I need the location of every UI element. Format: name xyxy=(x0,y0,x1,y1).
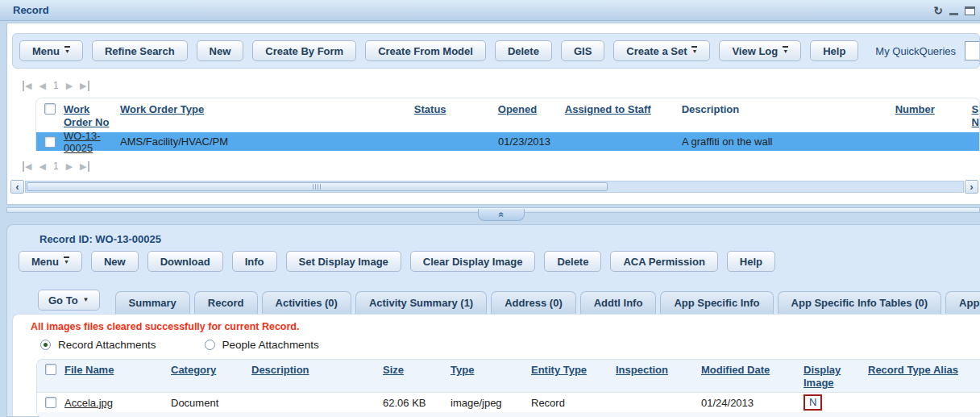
detail-help-button[interactable]: Help xyxy=(727,251,775,272)
col-display-image[interactable]: Display Image xyxy=(804,364,868,390)
detail-help-label: Help xyxy=(740,256,762,268)
cell-opened: 01/23/2013 xyxy=(498,136,565,148)
tab-activity-summary[interactable]: Activity Summary (1) xyxy=(355,291,487,314)
gis-label: GIS xyxy=(574,45,592,57)
next-page-icon[interactable]: ▶ xyxy=(66,161,73,172)
help-button[interactable]: Help xyxy=(810,40,858,61)
maximize-icon[interactable] xyxy=(965,6,975,15)
last-page-icon[interactable]: ▶ xyxy=(80,81,89,91)
detail-tabbar: Go To ▼ Summary Record Activities (0) Ac… xyxy=(38,286,980,314)
col-inspection[interactable]: Inspection xyxy=(616,364,701,377)
create-by-form-label: Create By Form xyxy=(265,45,343,57)
menu-button[interactable]: Menu ▼ xyxy=(19,40,83,61)
work-order-link[interactable]: WO-13-00025 xyxy=(64,130,101,154)
tab-address[interactable]: Address (0) xyxy=(491,291,576,314)
refine-search-button[interactable]: Refine Search xyxy=(92,40,188,61)
grid-footer xyxy=(37,412,980,417)
dropdown-arrow-icon: ▼ xyxy=(691,46,697,54)
col-description[interactable]: Description xyxy=(251,364,383,377)
work-order-header-row: Work Order No Work Order Type Status Ope… xyxy=(36,98,979,132)
select-all-checkbox[interactable] xyxy=(45,364,56,375)
tab-record[interactable]: Record xyxy=(194,291,258,314)
people-attachments-radio[interactable] xyxy=(205,340,215,350)
my-quickqueries-label: My QuickQueries xyxy=(875,45,956,57)
record-attachments-radio[interactable] xyxy=(40,340,51,350)
col-opened[interactable]: Opened xyxy=(498,103,565,116)
prev-page-icon[interactable]: ◀ xyxy=(39,161,45,172)
splitter-collapse-handle[interactable]: « xyxy=(478,209,525,221)
col-category[interactable]: Category xyxy=(171,364,251,377)
clear-display-image-button[interactable]: Clear Display Image xyxy=(410,251,536,272)
detail-delete-label: Delete xyxy=(557,256,588,268)
col-number[interactable]: Number xyxy=(895,103,972,116)
gis-button[interactable]: GIS xyxy=(561,40,604,61)
col-size[interactable]: Size xyxy=(383,364,451,377)
scrollbar-track[interactable] xyxy=(25,181,964,193)
col-entity-type[interactable]: Entity Type xyxy=(531,364,616,377)
tab-activities[interactable]: Activities (0) xyxy=(262,291,351,314)
dropdown-arrow-icon: ▼ xyxy=(83,297,89,303)
horizontal-scrollbar[interactable]: ‹ › xyxy=(10,180,978,194)
cell-type: image/jpeg xyxy=(451,397,531,409)
menu-button-label: Menu xyxy=(32,45,60,57)
col-modified-date[interactable]: Modified Date xyxy=(701,364,804,377)
first-page-icon[interactable]: ◀ xyxy=(23,81,31,91)
row-checkbox[interactable] xyxy=(44,136,56,148)
scrollbar-thumb[interactable] xyxy=(27,182,608,191)
info-button[interactable]: Info xyxy=(232,251,277,272)
tab-app-specific-info[interactable]: App Specific Info xyxy=(660,291,773,314)
col-cut-off[interactable]: S N xyxy=(972,103,979,129)
info-label: Info xyxy=(245,256,264,268)
select-all-checkbox[interactable] xyxy=(44,103,56,115)
tab-summary[interactable]: Summary xyxy=(115,291,190,314)
col-work-order-no[interactable]: Work Order No xyxy=(64,103,120,129)
detail-delete-button[interactable]: Delete xyxy=(544,251,601,272)
attachment-row[interactable]: Accela.jpg Document 62.06 KB image/jpeg … xyxy=(37,393,980,412)
col-record-type-alias[interactable]: Record Type Alias xyxy=(868,364,980,377)
detail-new-button[interactable]: New xyxy=(91,251,139,272)
file-name-link[interactable]: Accela.jpg xyxy=(64,397,113,409)
minimize-icon[interactable] xyxy=(949,13,958,15)
col-status[interactable]: Status xyxy=(414,103,498,116)
create-from-model-button[interactable]: Create From Model xyxy=(365,40,486,61)
quickqueries-select[interactable] xyxy=(965,41,980,60)
row-checkbox[interactable] xyxy=(45,397,56,408)
create-a-set-button[interactable]: Create a Set ▼ xyxy=(613,40,710,61)
set-display-image-button[interactable]: Set Display Image xyxy=(286,251,401,272)
cell-file-name[interactable]: Accela.jpg xyxy=(64,397,171,409)
record-window: { "titlebar": { "title": "Record" }, "ic… xyxy=(0,0,980,417)
header-checkbox-cell xyxy=(36,103,64,115)
new-button[interactable]: New xyxy=(197,40,244,61)
last-page-icon[interactable]: ▶ xyxy=(80,161,89,172)
tab-app-specific-info-tables[interactable]: App Specific Info Tables (0) xyxy=(778,291,942,314)
create-by-form-button[interactable]: Create By Form xyxy=(252,40,356,61)
scrollbar-grip-icon xyxy=(313,184,322,190)
record-attachments-label: Record Attachments xyxy=(58,339,156,351)
scroll-right-icon[interactable]: › xyxy=(965,180,978,194)
window-controls: ↻ xyxy=(933,0,975,21)
aca-permission-button[interactable]: ACA Permission xyxy=(610,251,717,272)
first-page-icon[interactable]: ◀ xyxy=(23,161,31,172)
collapse-up-icon: « xyxy=(496,212,506,218)
attachments-grid: File Name Category Description Size Type… xyxy=(36,359,980,417)
work-order-row[interactable]: WO-13-00025 AMS/Facility/HVAC/PM 01/23/2… xyxy=(36,132,979,151)
col-type[interactable]: Type xyxy=(451,364,531,377)
col-assigned-to-staff[interactable]: Assigned to Staff xyxy=(565,103,682,116)
refresh-icon[interactable]: ↻ xyxy=(933,5,943,16)
detail-menu-button[interactable]: Menu ▼ xyxy=(19,251,82,272)
cell-work-order-no[interactable]: WO-13-00025 xyxy=(64,130,120,154)
tab-addtl-info[interactable]: Addtl Info xyxy=(580,291,657,314)
pager-top: ◀ ◀ 1 ▶ ▶ xyxy=(23,80,980,91)
next-page-icon[interactable]: ▶ xyxy=(66,81,73,91)
record-id-label: Record ID: WO-13-00025 xyxy=(39,233,980,245)
row-checkbox-cell xyxy=(37,397,64,408)
prev-page-icon[interactable]: ◀ xyxy=(39,81,45,91)
scroll-left-icon[interactable]: ‹ xyxy=(10,180,24,194)
download-button[interactable]: Download xyxy=(147,251,223,272)
delete-button[interactable]: Delete xyxy=(495,40,552,61)
col-file-name[interactable]: File Name xyxy=(64,364,171,377)
col-work-order-type[interactable]: Work Order Type xyxy=(120,103,414,116)
view-log-button[interactable]: View Log ▼ xyxy=(719,40,801,61)
tab-applicant-cut[interactable]: Applic xyxy=(945,291,980,314)
go-to-button[interactable]: Go To ▼ xyxy=(38,290,100,311)
